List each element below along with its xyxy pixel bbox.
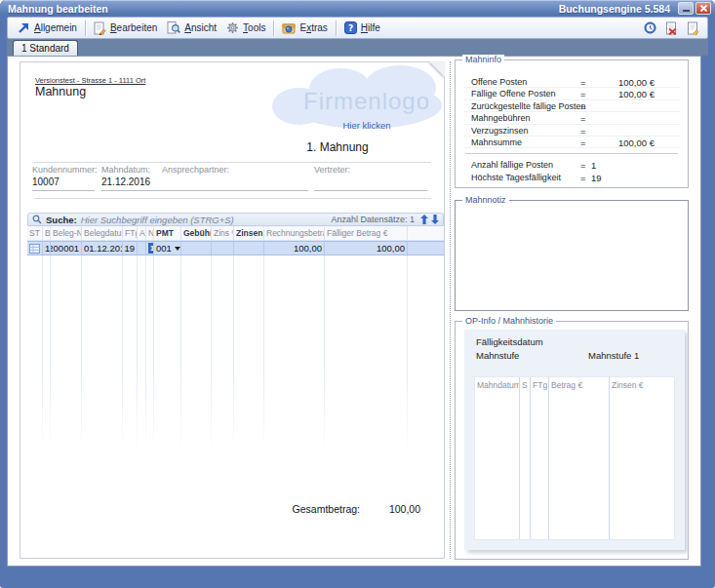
total-label: Gesamtbetrag:: [293, 503, 360, 515]
cell-zins-prozent[interactable]: [212, 242, 234, 255]
search-icon: [32, 215, 42, 224]
panel-separator: [450, 61, 451, 559]
toolbar-label-bearbeiten: Bearbeiten: [110, 22, 157, 33]
history-col-ftg: FTg: [531, 377, 549, 539]
app-version: Buchungsengine 5.584: [559, 3, 670, 15]
info-row-anzahl-faellige-posten: Anzahl fällige Posten=1: [463, 159, 680, 171]
toolbar-button-tools[interactable]: Tools: [221, 20, 270, 36]
field-ansprechpartner: Ansprechpartner:: [162, 165, 308, 191]
reminder-title: 1. Mahnung: [264, 140, 411, 154]
cell-zinsen[interactable]: [234, 242, 264, 255]
col-belegdatum[interactable]: Belegdatum: [82, 226, 123, 240]
close-button[interactable]: [695, 2, 711, 15]
window-title: Mahnung bearbeiten: [8, 3, 108, 15]
minimize-icon: [683, 10, 690, 12]
field-label: Vertreter:: [314, 165, 427, 175]
history-col-s: S: [520, 377, 531, 539]
info-row-zurueckgestellte: Zurückgestellte fällige Posten=: [463, 100, 680, 112]
toolbar-button-bearbeiten[interactable]: Bearbeiten: [89, 20, 162, 37]
col-ftg[interactable]: FTg: [123, 226, 138, 240]
info-row-mahngebuehren: Mahngebühren=: [463, 112, 680, 124]
toolbar-label-ansicht: Ansicht: [184, 22, 217, 33]
svg-text:?: ?: [348, 23, 353, 33]
cell-pmt[interactable]: 001: [154, 242, 181, 255]
col-rechnungsbetrag[interactable]: Rechnungsbetrag €: [264, 226, 325, 240]
field-kundennummer: Kundennummer: 10007: [32, 165, 95, 191]
op-info-panel: Fälligkeitsdatum Mahnstufe Mahnstufe 1 M…: [464, 330, 685, 550]
kundennummer-value[interactable]: 10007: [32, 176, 95, 187]
arrow-ne-icon: [18, 21, 30, 34]
search-input[interactable]: Hier Suchbegriff eingeben (STRG+S): [81, 215, 234, 225]
cell-gebuehr[interactable]: [181, 242, 212, 255]
cell-ftg: 19: [123, 242, 138, 255]
mahnnotiz-group: Mahnnotiz: [455, 200, 689, 311]
col-pmt[interactable]: PMT: [154, 226, 181, 240]
cell-faelliger-betrag: 100,00: [325, 242, 408, 255]
discard-document-icon[interactable]: [665, 21, 678, 35]
view-document-icon: [167, 21, 180, 34]
tab-strip: 1 Standard: [7, 39, 708, 56]
help-icon: ?: [344, 21, 357, 34]
history-clock-icon[interactable]: [644, 21, 656, 34]
toolbar-button-extras[interactable]: Extras: [277, 20, 332, 36]
edit-document-icon: [94, 21, 106, 35]
col-a[interactable]: A: [138, 226, 146, 240]
field-label: Kundennummer:: [32, 165, 95, 175]
invoice-row[interactable]: 1 200001 01.12.2016 19 1 001 100,00 100,…: [27, 241, 444, 255]
col-gebuehr[interactable]: Gebühr €: [181, 226, 212, 240]
record-up-icon[interactable]: [420, 215, 428, 224]
mahnnotiz-textarea[interactable]: [457, 203, 686, 308]
logo-hint[interactable]: Hier klicken: [276, 120, 457, 131]
col-n[interactable]: N: [146, 226, 154, 240]
history-col-zinsen: Zinsen €: [610, 377, 674, 539]
toolbar-separator: [85, 20, 86, 36]
divider: [34, 162, 431, 163]
info-row-faellige-offene-posten: Fällige Offene Posten=100,00 €: [463, 88, 680, 99]
info-row-hoechste-tagesfaelligkeit: Höchste Tagesfälligkeit=19: [463, 172, 680, 183]
col-st[interactable]: ST: [27, 226, 43, 240]
total-value: 100,00: [389, 503, 420, 515]
op-info-group: OP-Info / Mahnhistorie Fälligkeitsdatum …: [455, 321, 689, 560]
tab-1-standard[interactable]: 1 Standard: [13, 40, 78, 56]
col-zins-prozent[interactable]: Zins %: [212, 226, 234, 240]
col-zinsen[interactable]: Zinsen €: [234, 226, 264, 240]
cell-rechnungsbetrag: 100,00: [264, 242, 325, 255]
right-panel: Mahninfo Offene Posten=100,00 € Fällige …: [455, 57, 689, 566]
toolbar-button-hilfe[interactable]: ? Hilfe: [339, 20, 385, 36]
invoice-table-header: ST B Beleg-Nr. Belegdatum FTg A N PMT Ge…: [27, 226, 444, 241]
info-row-verzugszinsen: Verzugszinsen=: [463, 125, 680, 137]
field-label: Mahndatum:: [101, 165, 163, 175]
logo-text: Firmenlogo: [276, 88, 457, 115]
toolbar-separator: [336, 20, 337, 36]
record-down-icon[interactable]: [431, 215, 439, 224]
mahninfo-title: Mahninfo: [462, 55, 504, 64]
toolbar-label-hilfe: Hilfe: [361, 22, 380, 33]
divider: [465, 153, 678, 154]
titlebar: Mahnung bearbeiten Buchungsengine 5.584: [0, 0, 715, 17]
search-bar: Suche: Hier Suchbegriff eingeben (STRG+S…: [27, 213, 444, 226]
minimize-button[interactable]: [678, 2, 694, 15]
divider: [34, 198, 431, 199]
gear-icon: [226, 21, 239, 34]
col-faelliger-betrag[interactable]: Fälliger Betrag €: [325, 226, 408, 240]
toolbar: Allgemein Bearbeiten Ansicht Tools Extra…: [7, 17, 708, 39]
col-beleg-nr[interactable]: Beleg-Nr.: [51, 226, 82, 240]
pmt-dropdown-icon[interactable]: [175, 247, 180, 251]
toolbar-label-extras: Extras: [299, 22, 327, 33]
document-type-label: Mahnung: [35, 85, 86, 98]
toolbar-separator: [273, 20, 274, 36]
invoice-table-empty-area: [27, 255, 444, 459]
col-b[interactable]: B: [43, 226, 51, 240]
toolbar-button-allgemein[interactable]: Allgemein: [13, 20, 82, 36]
record-count-label: Anzahl Datensätze:: [331, 215, 407, 224]
faelligkeitsdatum-label: Fälligkeitsdatum: [476, 336, 543, 347]
mahndatum-value[interactable]: 21.12.2016: [101, 176, 163, 187]
document-preview: Versionstest - Strasse 1 - 1111 Ort Mahn…: [20, 61, 445, 559]
record-navigation: [420, 215, 439, 224]
note-document-icon[interactable]: [687, 21, 699, 35]
history-col-betrag: Betrag €: [549, 377, 610, 539]
toolbar-button-ansicht[interactable]: Ansicht: [162, 20, 221, 36]
close-icon: [699, 4, 708, 13]
op-info-title: OP-Info / Mahnhistorie: [462, 316, 556, 326]
toolbar-label-tools: Tools: [243, 22, 265, 33]
